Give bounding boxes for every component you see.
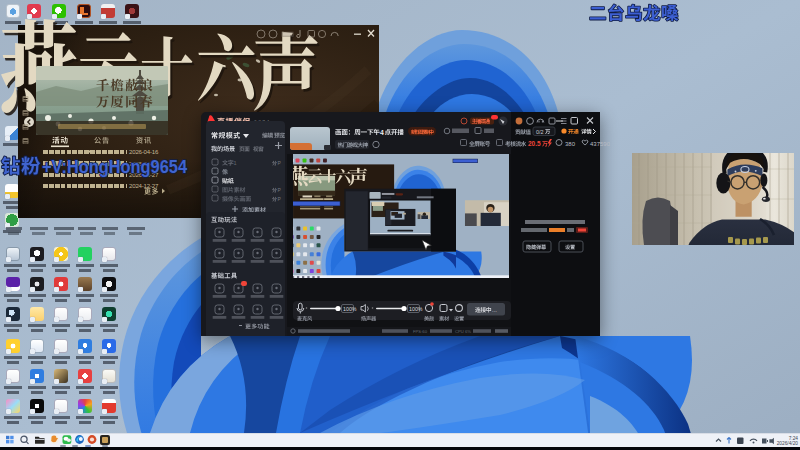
svg-text:...: ...	[492, 307, 497, 313]
svg-text:7:24: 7:24	[789, 435, 799, 440]
svg-text:FPS:60: FPS:60	[413, 329, 428, 334]
svg-text:2026/4/20: 2026/4/20	[777, 441, 799, 446]
svg-text:100%: 100%	[343, 306, 357, 312]
svg-text:CPU 6%: CPU 6%	[455, 329, 471, 334]
svg-text:P: P	[278, 160, 282, 166]
svg-text:4: 4	[380, 129, 384, 136]
svg-text:100%: 100%	[409, 306, 423, 312]
svg-text:+V:HongHong9654: +V:HongHong9654	[42, 157, 187, 177]
svg-text:P: P	[278, 196, 282, 202]
svg-text:P: P	[278, 187, 282, 193]
svg-text:0/2: 0/2	[536, 129, 544, 135]
